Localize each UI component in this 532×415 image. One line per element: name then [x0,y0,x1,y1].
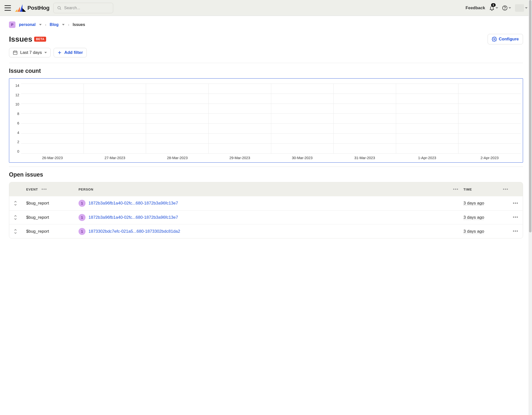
configure-button[interactable]: Configure [488,34,523,44]
row-actions-menu[interactable]: ••• [508,215,518,220]
beta-badge: BETA [34,37,46,42]
add-filter-label: Add filter [64,50,83,55]
avatar [515,4,524,12]
breadcrumb-current: Issues [73,22,85,27]
svg-rect-9 [13,51,17,54]
person-badge: 1 [79,228,86,235]
help-button[interactable] [502,5,511,11]
row-actions-menu[interactable]: ••• [508,229,518,234]
search-icon [57,6,62,10]
issue-count-chart[interactable]: 14121086420 26-Mar-202327-Mar-202328-Mar… [9,78,523,163]
add-filter-button[interactable]: Add filter [54,48,87,57]
chevron-down-icon[interactable] [62,24,65,25]
logo-text: PostHog [27,5,49,11]
event-name: $bug_report [26,229,79,234]
chevron-right-icon: › [45,23,46,27]
help-icon [502,5,508,11]
person-link[interactable]: 1872b3a96fb1a40-02fc...680-1872b3a96fc13… [89,215,178,220]
search-input[interactable]: Search... [53,3,113,13]
chevron-down-icon[interactable] [39,24,42,25]
breadcrumb-project[interactable]: personal [19,22,36,27]
expand-row-icon[interactable] [14,229,26,234]
date-range-label: Last 7 days [20,50,42,55]
person-link[interactable]: 1872b3a96fb1a40-02fc...680-1872b3a96fc13… [89,201,178,206]
column-menu-icon[interactable]: ••• [453,187,458,192]
row-actions-menu[interactable]: ••• [508,201,518,206]
plus-icon [57,50,62,55]
open-issues-title: Open issues [9,171,523,178]
svg-point-4 [58,6,61,9]
svg-marker-3 [22,8,26,12]
event-time: 3 days ago [463,201,508,206]
person-badge: 1 [79,200,86,207]
topbar: PostHog Search... Feedback 0 [0,0,532,16]
breadcrumb: P personal › Blog › Issues [9,19,523,34]
notifications-button[interactable]: 0 [489,5,498,11]
title-text: Issues [9,35,32,43]
breadcrumb-mid[interactable]: Blog [50,22,59,27]
account-menu[interactable] [515,4,528,12]
table-row: $bug_report11872b3a96fb1a40-02fc...680-1… [9,196,523,210]
svg-marker-2 [20,4,22,12]
project-badge[interactable]: P [9,21,15,28]
expand-row-icon[interactable] [14,201,26,206]
chevron-right-icon: › [68,23,69,27]
chevron-down-icon [496,7,498,9]
event-time: 3 days ago [463,215,508,220]
svg-marker-1 [17,7,20,12]
chart-y-axis: 14121086420 [11,84,21,153]
col-event[interactable]: EVENT [26,188,38,191]
filters-row: Last 7 days Add filter [9,48,523,63]
person-link[interactable]: 1873302bdc7efc-021a5...680-1873302bdc81d… [89,229,180,234]
table-row: $bug_report11873302bdc7efc-021a5...680-1… [9,224,523,238]
page-header: Issues BETA Configure [9,34,523,44]
page-body: P personal › Blog › Issues Issues BETA C… [0,16,532,253]
scrollbar[interactable] [529,0,532,253]
expand-row-icon[interactable] [14,215,26,220]
page-title: Issues BETA [9,35,46,43]
notification-count: 0 [491,3,496,7]
logo-mark-icon [15,4,26,12]
date-range-filter[interactable]: Last 7 days [9,48,51,57]
event-name: $bug_report [26,215,79,220]
open-issues-table: EVENT ••• PERSON ••• TIME ••• $bug_repor… [9,182,523,238]
person-badge: 1 [79,214,86,221]
table-row: $bug_report11872b3a96fb1a40-02fc...680-1… [9,210,523,224]
table-header: EVENT ••• PERSON ••• TIME ••• [9,182,523,196]
event-time: 3 days ago [463,229,508,234]
svg-point-8 [494,39,495,40]
feedback-link[interactable]: Feedback [466,5,485,10]
menu-toggle[interactable] [4,5,11,11]
configure-label: Configure [499,37,519,42]
gear-icon [492,37,497,42]
chevron-down-icon [44,52,47,53]
svg-point-7 [505,9,505,9]
svg-line-5 [60,9,61,10]
svg-marker-0 [15,9,17,12]
chart-plot-area [21,84,521,153]
col-time[interactable]: TIME [463,188,472,191]
logo[interactable]: PostHog [15,4,49,12]
chevron-down-icon [509,7,511,9]
column-menu-icon[interactable]: ••• [41,187,47,192]
chart-x-axis: 26-Mar-202327-Mar-202328-Mar-202329-Mar-… [21,156,521,160]
chart-section-title: Issue count [9,68,523,74]
calendar-icon [13,50,18,55]
column-menu-icon[interactable]: ••• [503,187,508,192]
search-placeholder: Search... [64,6,80,10]
event-name: $bug_report [26,201,79,206]
chevron-down-icon [525,7,528,9]
col-person[interactable]: PERSON [79,188,93,191]
